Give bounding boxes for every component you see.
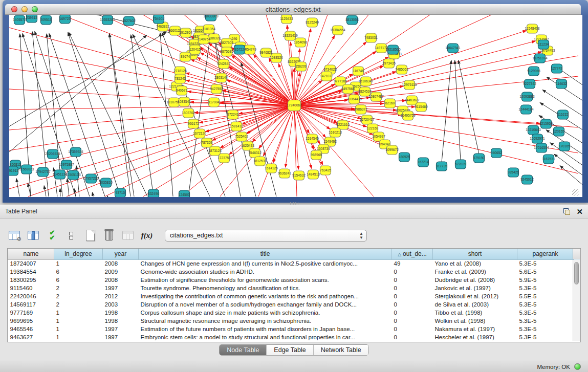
table-row[interactable]: 1456911722003Disruption of a novel membe… [8, 300, 574, 309]
graph-node[interactable]: 9129966 [527, 67, 540, 76]
close-panel-icon[interactable]: ✕ [576, 208, 583, 215]
graph-node[interactable]: 209515 [40, 15, 52, 25]
graph-node[interactable]: 62160 [385, 99, 396, 108]
delete-columns-icon[interactable] [102, 228, 116, 243]
graph-node[interactable]: 9154632 [292, 171, 306, 180]
graph-node[interactable]: 754601 [153, 15, 164, 24]
graph-node[interactable]: 16033809 [203, 15, 219, 21]
graph-node[interactable]: 167214 [418, 158, 429, 167]
graph-node[interactable]: 16720417 [359, 115, 375, 124]
graph-node[interactable]: 117004 [208, 98, 220, 107]
zoom-window-button[interactable] [32, 6, 38, 12]
graph-node[interactable]: 10975887 [59, 160, 74, 169]
column-header-in_degree[interactable]: in_degree [54, 249, 103, 259]
select-all-icon[interactable]: ✔✔ [45, 228, 59, 243]
graph-node[interactable]: 9427552 [210, 84, 223, 94]
graph-node[interactable]: 10553287 [100, 15, 115, 25]
graph-node[interactable]: 1803702 [182, 108, 195, 118]
graph-node[interactable]: 1514545 [306, 134, 319, 143]
tab-node-table[interactable]: Node Table [220, 345, 267, 355]
graph-node[interactable]: 391913 [9, 166, 18, 176]
graph-node[interactable]: 12975115 [402, 80, 417, 90]
graph-node[interactable]: 12505135 [66, 170, 81, 180]
graph-node[interactable]: 169723 [59, 15, 71, 24]
graph-node[interactable]: 1614125 [265, 164, 278, 173]
graph-node[interactable]: 7485031 [364, 33, 378, 42]
graph-node[interactable]: 11451134 [53, 170, 68, 179]
graph-node[interactable]: 10807487 [368, 92, 384, 101]
graph-node[interactable]: 7525402 [235, 132, 248, 141]
graph-node[interactable]: 12444184 [518, 105, 534, 114]
graph-node[interactable]: 1099672 [385, 145, 399, 155]
graph-node[interactable]: 19218506 [385, 45, 401, 54]
graph-node[interactable]: 16647941 [445, 43, 461, 53]
graph-node[interactable]: 1167531 [542, 155, 555, 164]
table-row[interactable]: 969969511998Structural magnetic resonanc… [8, 317, 574, 325]
graph-node[interactable]: 9227342 [523, 79, 536, 89]
show-columns-icon[interactable] [26, 228, 40, 243]
graph-node[interactable]: 17942757 [35, 167, 51, 177]
selection-mode-icon[interactable] [64, 228, 78, 243]
tab-edge-table[interactable]: Edge Table [267, 345, 313, 355]
graph-node[interactable]: 16495759 [400, 111, 416, 120]
graph-node[interactable]: 93715 [115, 188, 126, 197]
delete-table-icon[interactable] [121, 228, 135, 243]
graph-node[interactable]: 19384554 [330, 26, 345, 35]
column-header-title[interactable]: title [139, 249, 392, 259]
graph-node[interactable]: 116746 [353, 67, 364, 76]
graph-node[interactable]: 7986372 [354, 105, 367, 114]
graph-node[interactable]: 1864098 [294, 38, 307, 47]
table-mode-icon[interactable]: ⚙ [7, 228, 21, 243]
column-header-out_de[interactable]: △out_de... [392, 249, 433, 259]
graph-node[interactable]: 7857224 [233, 45, 246, 54]
column-header-year[interactable]: year [103, 249, 139, 259]
graph-node[interactable]: 6497568 [341, 84, 355, 94]
graph-node[interactable]: 170165 [559, 142, 570, 151]
graph-node[interactable]: 1484513 [307, 170, 320, 179]
table-row[interactable]: 1938455462009Genome-wide association stu… [8, 268, 574, 276]
table-row[interactable]: 946554611997Estimation of the future num… [8, 325, 574, 333]
graph-node[interactable]: 8813054 [345, 15, 359, 25]
graph-node[interactable]: 1812533 [253, 157, 267, 166]
scrollbar-thumb[interactable] [574, 262, 579, 285]
table-selector-combobox[interactable]: citations_edges.txt ▲ ▼ [165, 230, 367, 242]
table-vertical-scrollbar[interactable] [573, 260, 580, 341]
graph-node[interactable]: 17957233 [83, 174, 99, 183]
graph-node[interactable]: 968965 [311, 150, 322, 160]
table-row[interactable]: 1830029562008Estimation of significance … [8, 276, 574, 284]
graph-node[interactable]: 1672120 [193, 129, 206, 138]
graph-node[interactable]: 3101354 [202, 25, 215, 34]
graph-node[interactable]: 679190 [473, 154, 485, 163]
graph-node[interactable]: 114632 [556, 79, 567, 89]
close-window-button[interactable] [11, 6, 17, 12]
graph-node[interactable]: 917735 [436, 162, 447, 171]
graph-node[interactable]: 8215958 [539, 119, 553, 128]
graph-node[interactable]: 8125249 [306, 18, 319, 27]
graph-node[interactable]: 124503 [179, 190, 190, 197]
graph-node[interactable]: 1527602 [122, 16, 136, 26]
table-row[interactable]: 2242004622012Investigating the contribut… [8, 292, 574, 300]
tab-network-table[interactable]: Network Table [314, 345, 368, 355]
graph-node[interactable]: 9636241 [278, 169, 291, 178]
graph-node[interactable]: 5912954 [179, 28, 192, 37]
graph-node[interactable]: 972241 [227, 110, 238, 119]
graph-node[interactable]: 940671 [176, 86, 187, 95]
function-builder-icon[interactable]: f(x) [140, 228, 154, 243]
network-canvas[interactable]: 7463822866012859129541822605898275088186… [9, 15, 582, 197]
graph-node[interactable]: 120165 [553, 127, 564, 136]
new-column-icon[interactable] [83, 228, 97, 243]
graph-node[interactable]: 7140754 [197, 35, 210, 44]
graph-node[interactable]: 1610213 [329, 128, 342, 137]
graph-node[interactable]: 9115460 [415, 102, 428, 112]
graph-node[interactable]: 9875685 [220, 47, 233, 56]
graph-node[interactable]: 17016504 [534, 143, 549, 152]
graph-node[interactable]: 15692971 [530, 134, 545, 143]
graph-node[interactable]: 11548408 [525, 24, 540, 33]
graph-node[interactable]: 1083541 [178, 97, 191, 106]
graph-node[interactable]: 15751074 [532, 54, 548, 63]
table-row[interactable]: 977716911998Corpus callosum shape and si… [8, 309, 574, 317]
graph-node[interactable]: 985426 [508, 168, 519, 177]
memory-status-icon[interactable] [574, 363, 581, 370]
graph-node[interactable]: 12093883 [519, 92, 535, 101]
graph-node[interactable]: 16106347 [358, 77, 374, 86]
